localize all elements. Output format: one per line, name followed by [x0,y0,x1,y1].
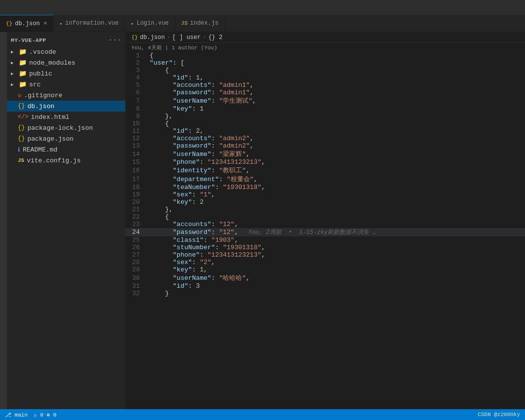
code-line: 10 { [125,120,525,127]
sidebar-item-package-lock[interactable]: {} package-lock.json [7,122,125,133]
line-content: "phone": "123413123213", [148,158,525,166]
line-num: 3 [125,67,148,74]
line-num: 13 [125,142,148,150]
file-icon-js: JS [18,157,24,163]
status-bar-left: ⎇ main ⚠ 0 ⊗ 0 [5,412,56,418]
code-line: 1 { [125,52,525,59]
breadcrumb-db-json[interactable]: db.json [140,34,164,41]
line-content: "userName": "梁家辉", [148,150,525,158]
title-bar [0,0,525,15]
code-line: 3 { [125,67,525,74]
line-content: "teaNumber": "19301318", [148,184,525,191]
sidebar-item-index-html[interactable]: </> index.html [7,112,125,122]
sidebar-item-label: db.json [27,103,54,110]
code-line: 30 "userName": "哈哈哈", [125,273,525,282]
sidebar-item-vite-config[interactable]: JS vite.config.js [7,155,125,166]
sidebar-item-label: .vscode [29,48,56,56]
line-num: 21 [125,206,148,213]
code-line: 20 "key": 2 [125,198,525,206]
code-line: 15 "phone": "123413123213", [125,158,525,166]
code-lines: 1 { 2 "user": [ 3 { 4 [125,52,525,297]
line-content: { [148,52,525,59]
git-blame-text: You, 4天前 | 1 author (You) [131,44,217,51]
line-content-24: "password": "12",You, 2周前 • 1-15-zky刷新数据… [148,228,525,236]
status-bar: ⎇ main ⚠ 0 ⊗ 0 CSDN @z2000ky [0,409,525,420]
line-num: 6 [125,89,148,96]
line-num: 29 [125,266,148,273]
code-line: 16 "identity": "教职工", [125,166,525,175]
line-content: "id": 2, [148,127,525,135]
line-content: { [148,67,525,74]
line-content: "sex": "1", [148,191,525,198]
code-line: 4 "id": 1, [125,74,525,81]
line-content: "class1": "1903", [148,236,525,244]
git-branch[interactable]: ⎇ main [5,412,28,418]
status-bar-right: CSDN @z2000ky [478,412,520,418]
line-content: "stuNumber": "19301318", [148,244,525,251]
sidebar-item-gitignore[interactable]: ◇ .gitignore [7,90,125,101]
folder-icon: 📁 [19,70,27,77]
line-num: 28 [125,259,148,266]
folder-icon: 📁 [19,59,27,67]
sidebar-more-icon[interactable]: ··· [108,36,121,44]
sidebar-item-readme[interactable]: ℹ README.md [7,144,125,155]
csdn-watermark: CSDN @z2000ky [478,412,520,418]
breadcrumb-2[interactable]: {} 2 [208,34,223,41]
line-content: "key": 1 [148,105,525,113]
file-icon-json3: {} [18,135,25,142]
tab-db-json[interactable]: {} db.json × [0,15,53,32]
line-num: 15 [125,158,148,166]
breadcrumb-icon: {} [131,35,138,40]
line-num: 23 [125,221,148,228]
breadcrumb-user[interactable]: [ ] user [172,34,201,41]
sidebar-item-src[interactable]: ▶ 📁 src [7,79,125,90]
tab-icon-json: {} [6,21,12,27]
line-num: 2 [125,59,148,67]
line-content: "userName": "哈哈哈", [148,273,525,282]
tab-label-info: information.vue [65,20,119,27]
code-line: 21 }, [125,206,525,213]
tab-icon-vue1: ▸ [59,20,63,27]
tab-index-js[interactable]: JS index.js [175,15,225,32]
line-num: 4 [125,74,148,81]
code-line: 14 "userName": "梁家辉", [125,150,525,158]
sidebar-item-package-json[interactable]: {} package.json [7,133,125,144]
code-line: 6 "password": "admin1", [125,89,525,96]
code-line: 29 "key": 1, [125,266,525,273]
line-num: 25 [125,236,148,244]
code-line: 8 "key": 1 [125,105,525,113]
line-content: "id": 1, [148,74,525,81]
file-icon-json2: {} [18,124,25,131]
tab-close-db-json[interactable]: × [43,20,47,27]
line-num: 22 [125,213,148,221]
code-line: 7 "userName": "学生测试", [125,96,525,105]
folder-icon: 📁 [19,80,27,88]
breadcrumb: {} db.json › [ ] user › {} 2 [125,32,525,43]
sidebar-item-label: .gitignore [24,92,62,99]
git-blame-bar: You, 4天前 | 1 author (You) [125,43,525,52]
sidebar-item-node-modules[interactable]: ▶ 📁 node_modules [7,57,125,68]
tab-information-vue[interactable]: ▸ information.vue [53,15,125,32]
line-content: }, [148,206,525,213]
line-num: 18 [125,184,148,191]
sidebar-item-db-json[interactable]: {} db.json [7,101,125,112]
tab-icon-vue2: ▸ [131,20,134,27]
error-warning-count[interactable]: ⚠ 0 ⊗ 0 [34,412,56,418]
file-icon-html: </> [18,114,29,120]
git-inline-annotation: You, 2周前 • 1-15-zky刷新数据不消失 … [248,229,376,236]
line-content: "user": [ [148,59,525,67]
code-editor[interactable]: 1 { 2 "user": [ 3 { 4 [125,52,525,409]
code-line: 32 } [125,290,525,297]
sidebar-item-public[interactable]: ▶ 📁 public [7,68,125,79]
sidebar-item-label: vite.config.js [27,157,81,164]
sidebar-item-vscode[interactable]: ▶ 📁 .vscode [7,46,125,57]
line-num: 27 [125,251,148,259]
line-num: 26 [125,244,148,251]
line-num: 14 [125,150,148,158]
tab-login-vue[interactable]: ▸ Login.vue [125,15,175,32]
code-line: 31 "id": 3 [125,282,525,290]
line-content: } [148,290,525,297]
file-icon-gitignore: ◇ [18,92,21,99]
code-line: 17 "department": "校董会", [125,175,525,184]
code-line-24: 24 "password": "12",You, 2周前 • 1-15-zky刷… [125,228,525,236]
